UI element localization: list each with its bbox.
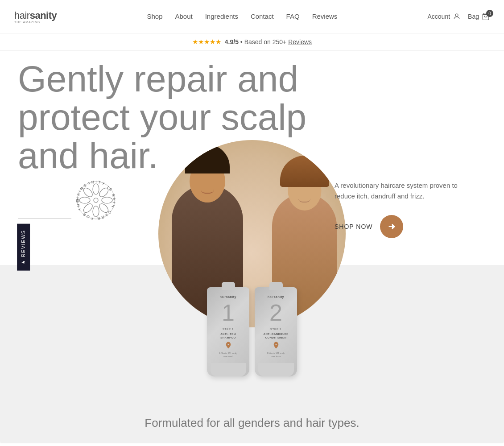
nav-shop[interactable]: Shop bbox=[147, 12, 162, 20]
hero-right: A revolutionary haircare system proven t… bbox=[335, 180, 477, 238]
svg-point-3 bbox=[93, 184, 99, 194]
hero-headline: Gently repair and protect your scalp and… bbox=[18, 60, 312, 175]
svg-point-0 bbox=[455, 14, 458, 17]
account-label: Account bbox=[427, 13, 450, 20]
nav-contact[interactable]: Contact bbox=[251, 12, 274, 20]
products-area: hairsanity 1 STEP 1 ANTI-ITCHSHAMPOO A N… bbox=[207, 287, 297, 376]
badge-circular-text: HAIRSANITY IS SKIN CARE FOR THE SCALP™ bbox=[71, 176, 116, 221]
hero-section: ★ REVIEWS Gently repair and protect your… bbox=[0, 51, 504, 443]
bottle-1-icon bbox=[224, 341, 232, 351]
svg-point-7 bbox=[93, 206, 99, 217]
rating-score: 4.9/5 bbox=[225, 38, 239, 45]
nav-ingredients[interactable]: Ingredients bbox=[205, 12, 238, 20]
product-bottle-2: hairsanity 2 STEP 2 ANTI-DANDRUFFCONDITI… bbox=[255, 287, 297, 376]
footer-tagline-area: Formulated for all genders and hair type… bbox=[0, 416, 504, 430]
nav-right: Account Bag 0 bbox=[427, 12, 490, 21]
bottle-2-brand: hairsanity bbox=[268, 295, 284, 298]
logo-subtitle: the amazing bbox=[14, 21, 57, 24]
hero-description: A revolutionary haircare system proven t… bbox=[335, 180, 477, 202]
svg-point-11 bbox=[94, 198, 98, 202]
bottle-1-brand: hairsanity bbox=[220, 295, 236, 298]
product-bottle-1: hairsanity 1 STEP 1 ANTI-ITCHSHAMPOO A N… bbox=[207, 287, 249, 376]
bottle-2-sub: A Niacin 101 scalpcare rinse bbox=[267, 352, 285, 358]
logo[interactable]: hairsanity the amazing bbox=[14, 10, 57, 24]
rating-separator: • bbox=[240, 38, 243, 45]
shop-now-label: SHOP NOW bbox=[335, 223, 373, 230]
shop-now-button[interactable] bbox=[380, 215, 403, 238]
arrow-right-icon bbox=[387, 222, 397, 231]
bag-count: 0 bbox=[486, 10, 493, 17]
hero-content: Gently repair and protect your scalp and… bbox=[18, 60, 504, 188]
bottle-2-icon bbox=[272, 341, 280, 351]
rating-text: Based on 250+ bbox=[244, 38, 287, 45]
nav-links: Shop About Ingredients Contact FAQ Revie… bbox=[147, 12, 337, 21]
bottle-1-sub: A Niacin 101 scalpcare wash bbox=[219, 352, 237, 358]
badge-svg: HAIRSANITY IS SKIN CARE FOR THE SCALP™ bbox=[71, 176, 120, 225]
bottle-1-name: ANTI-ITCHSHAMPOO bbox=[220, 332, 236, 340]
account-icon bbox=[453, 12, 461, 21]
bottle-1-type: STEP 1 bbox=[223, 327, 234, 331]
nav-faq[interactable]: FAQ bbox=[286, 12, 300, 20]
hero-cta: SHOP NOW bbox=[335, 215, 477, 238]
svg-point-5 bbox=[102, 197, 112, 203]
reviews-side-tab[interactable]: ★ REVIEWS bbox=[17, 223, 30, 270]
bottle-1-number: 1 bbox=[222, 300, 235, 326]
logo-text: hairsanity bbox=[14, 10, 57, 21]
rating-link[interactable]: Reviews bbox=[288, 38, 312, 45]
bottle-2-number: 2 bbox=[269, 300, 282, 326]
hero-badge: HAIRSANITY IS SKIN CARE FOR THE SCALP™ bbox=[71, 176, 120, 225]
rating-bar: ★★★★★ 4.9/5 • Based on 250+ Reviews bbox=[0, 33, 504, 51]
nav-about[interactable]: About bbox=[175, 12, 192, 20]
hero-divider bbox=[18, 218, 71, 219]
nav-reviews[interactable]: Reviews bbox=[312, 12, 338, 20]
account-button[interactable]: Account bbox=[427, 12, 461, 21]
star-rating: ★★★★★ bbox=[192, 38, 221, 45]
bag-button[interactable]: Bag 0 bbox=[468, 12, 490, 21]
svg-point-9 bbox=[79, 197, 90, 203]
main-nav: hairsanity the amazing Shop About Ingred… bbox=[0, 0, 504, 33]
bottle-2-name: ANTI-DANDRUFFCONDITIONER bbox=[264, 332, 289, 340]
bottle-2-type: STEP 2 bbox=[270, 327, 281, 331]
footer-tagline-text: Formulated for all genders and hair type… bbox=[0, 416, 504, 430]
bag-label: Bag bbox=[468, 13, 479, 20]
